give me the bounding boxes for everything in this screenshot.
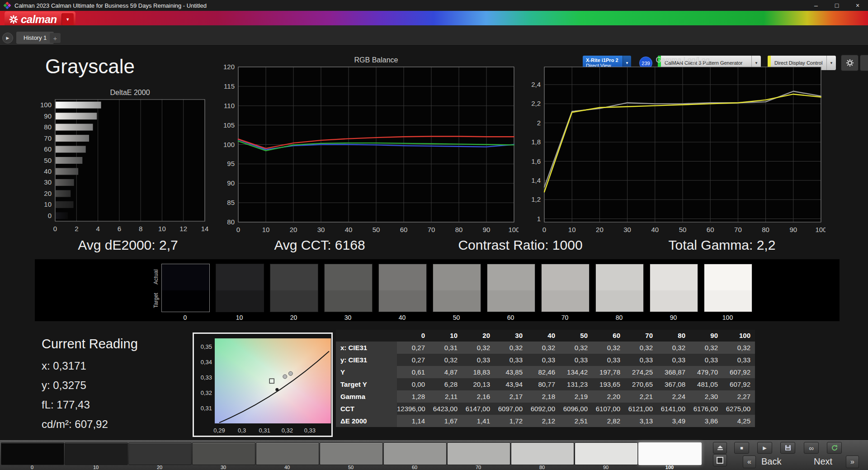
table-col-header: 80 — [657, 330, 690, 342]
swatch-actual — [433, 264, 481, 290]
svg-text:100: 100 — [223, 141, 235, 148]
stat-avg-de2000: Avg dE2000: 2,7 — [78, 237, 178, 253]
refresh-icon — [831, 444, 838, 451]
svg-text:0: 0 — [236, 226, 240, 233]
svg-text:0,29: 0,29 — [213, 427, 225, 434]
deltae-bar — [56, 201, 74, 208]
swatch-target — [325, 290, 372, 312]
table-cell: 6107,00 — [592, 403, 625, 415]
gamma-line-chart: 010203040506070809010011,21,41,61,822,22… — [523, 64, 826, 237]
swatch-level-label: 90 — [650, 314, 697, 321]
deltae-bar — [56, 212, 68, 219]
close-button[interactable]: × — [847, 0, 868, 11]
titlebar: Calman 2023 Calman Ultimate for Business… — [0, 0, 868, 11]
refresh-button[interactable] — [827, 442, 842, 454]
svg-text:1,8: 1,8 — [531, 138, 541, 146]
table-cell: 80,77 — [527, 378, 560, 390]
table-cell: 0,33 — [657, 354, 690, 366]
back-arrow-button[interactable]: « — [743, 456, 756, 468]
svg-text:2: 2 — [537, 119, 541, 127]
next-button[interactable]: Next — [814, 456, 832, 467]
table-cell: 2,82 — [592, 415, 625, 427]
table-cell: 1,41 — [462, 415, 495, 427]
swatch-actual — [704, 264, 752, 290]
table-cell: 607,92 — [722, 366, 755, 378]
maximize-button[interactable]: □ — [826, 0, 847, 11]
svg-text:0,31: 0,31 — [259, 427, 270, 434]
swatch-target — [162, 290, 209, 312]
table-cell: 0,27 — [397, 342, 429, 354]
svg-text:50: 50 — [44, 157, 52, 164]
table-cell: 2,17 — [495, 390, 527, 403]
page-title: Grayscale — [45, 55, 135, 78]
table-row-label: Target Y — [336, 378, 397, 390]
table-cell: 0,32 — [657, 342, 690, 354]
stat-avg-cct: Avg CCT: 6168 — [274, 237, 365, 253]
svg-text:2,2: 2,2 — [531, 100, 541, 107]
table-cell: 270,65 — [625, 378, 657, 390]
level-button-label: 0 — [1, 465, 63, 470]
tab-bar: ▶ History 1 + X-Rite i1Pro 2 Direct View… — [0, 25, 868, 46]
table-col-header: 70 — [625, 330, 657, 342]
gear-icon — [846, 59, 854, 67]
tab-history-1[interactable]: History 1 — [16, 32, 54, 44]
level-button-20[interactable] — [128, 442, 192, 465]
table-cell: 18,83 — [462, 366, 495, 378]
link-button[interactable]: ∞ — [804, 442, 819, 454]
table-cell: 6097,00 — [495, 403, 527, 415]
table-cell: 0,32 — [592, 342, 625, 354]
target-row-label: Target — [153, 286, 160, 315]
save-button[interactable] — [780, 442, 795, 454]
table-cell: 2,21 — [625, 390, 657, 403]
svg-text:80: 80 — [455, 226, 463, 233]
panel-eject-button[interactable] — [713, 442, 727, 454]
svg-text:0: 0 — [48, 212, 52, 219]
svg-text:1,2: 1,2 — [531, 195, 541, 203]
level-button-0[interactable] — [1, 442, 64, 465]
level-button-70[interactable] — [447, 442, 510, 465]
table-cell: 2,18 — [527, 390, 560, 403]
cie-plot-overlay: 0,310,320,330,340,350,290,30,310,320,33 — [194, 334, 331, 436]
play-button[interactable]: ▶ — [757, 442, 772, 454]
table-col-header: 90 — [690, 330, 722, 342]
minimize-button[interactable]: – — [806, 0, 826, 11]
table-row-label: y: CIE31 — [336, 354, 397, 366]
level-button-80[interactable] — [511, 442, 574, 465]
main-menu-dropdown[interactable]: ▼ — [61, 13, 74, 26]
swatch-actual — [162, 264, 209, 290]
level-button-label: 50 — [320, 465, 382, 470]
stop-button[interactable]: ■ — [734, 442, 749, 454]
reading-y: y: 0,3275 — [42, 379, 86, 392]
level-button-40[interactable] — [256, 442, 319, 465]
pattern-window-button[interactable] — [713, 454, 727, 466]
table-cell: 0,33 — [625, 354, 657, 366]
svg-text:60: 60 — [707, 226, 714, 233]
level-button-label: 60 — [383, 465, 446, 470]
stat-contrast-ratio: Contrast Ratio: 1000 — [458, 237, 582, 253]
swatch-target — [704, 290, 752, 312]
svg-text:90: 90 — [483, 226, 491, 233]
daylight-locus — [219, 351, 329, 423]
table-cell: 0,32 — [690, 342, 722, 354]
level-button-label: 20 — [128, 465, 191, 470]
table-cell: 43,85 — [495, 366, 527, 378]
level-button-100[interactable] — [638, 442, 702, 465]
level-button-90[interactable] — [575, 442, 638, 465]
back-button[interactable]: Back — [761, 456, 781, 467]
settings-button[interactable] — [841, 55, 859, 71]
window-controls: – □ × — [806, 0, 868, 11]
panel-expand-button[interactable]: ▶ — [2, 33, 13, 43]
level-button-50[interactable] — [320, 442, 383, 465]
table-cell: 0,32 — [462, 342, 495, 354]
level-button-10[interactable] — [65, 442, 128, 465]
level-button-60[interactable] — [383, 442, 447, 465]
level-button-30[interactable] — [192, 442, 255, 465]
more-tools-button[interactable] — [860, 55, 868, 71]
table-cell: 2,12 — [527, 415, 560, 427]
svg-text:60: 60 — [400, 226, 408, 233]
grayscale-swatch-50 — [433, 264, 481, 312]
add-tab-button[interactable]: + — [50, 33, 61, 43]
grayscale-swatch-40 — [378, 264, 427, 312]
next-arrow-button[interactable]: » — [846, 456, 859, 468]
deltae-bar — [56, 190, 71, 197]
